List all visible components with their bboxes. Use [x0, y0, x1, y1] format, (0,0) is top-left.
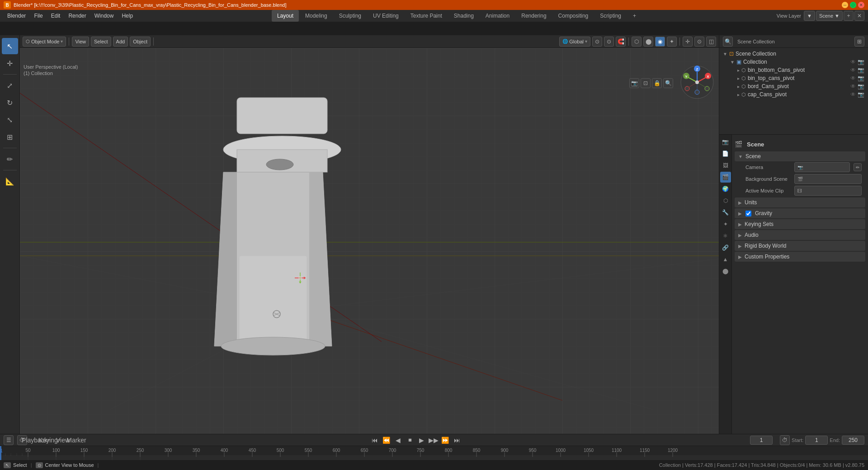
- end-frame-input[interactable]: [842, 436, 864, 445]
- measure-tool-btn[interactable]: 📐: [2, 173, 18, 189]
- view-menu[interactable]: View: [72, 37, 89, 47]
- marker-label-btn[interactable]: Marker: [71, 435, 81, 445]
- outliner-search-btn[interactable]: 🔍: [723, 37, 733, 47]
- viewport-gizmos-btn[interactable]: ✛: [683, 37, 693, 47]
- rigid-body-header[interactable]: ▶ Rigid Body World: [735, 241, 865, 251]
- vis-render-icon[interactable]: 📷: [858, 59, 864, 65]
- bt-render[interactable]: 📷: [858, 75, 864, 81]
- play-btn[interactable]: ▶: [417, 435, 427, 445]
- annotate-tool-btn[interactable]: ✏: [2, 151, 18, 167]
- material-shading[interactable]: ◉: [655, 37, 665, 47]
- tab-texture-paint[interactable]: Texture Paint: [405, 10, 448, 22]
- restore-button[interactable]: □: [850, 2, 856, 8]
- props-tab-scene[interactable]: 🎬: [720, 172, 731, 183]
- next-frame-btn[interactable]: ▶▶: [429, 435, 439, 445]
- outliner-item-collection[interactable]: ▼ ▣ Collection 👁 📷: [728, 58, 866, 66]
- rotate-tool-btn[interactable]: ↻: [2, 94, 18, 111]
- menu-item-blender[interactable]: Blender: [4, 11, 29, 20]
- lock-camera-btn[interactable]: 🔒: [652, 78, 662, 88]
- props-tab-output[interactable]: 📄: [720, 148, 731, 159]
- cursor-tool-btn[interactable]: ✛: [2, 55, 18, 71]
- tab-rendering[interactable]: Rendering: [516, 10, 552, 22]
- xray-btn[interactable]: ◫: [706, 37, 716, 47]
- scale-tool-btn[interactable]: ⤡: [2, 112, 18, 128]
- start-frame-input[interactable]: [805, 436, 828, 445]
- close-button[interactable]: ✕: [858, 2, 864, 8]
- scene-add-btn[interactable]: +: [844, 11, 854, 21]
- audio-section-header[interactable]: ▶ Audio: [735, 230, 865, 240]
- camera-edit-btn[interactable]: ✏: [854, 163, 862, 171]
- next-keyframe-btn[interactable]: ⏩: [440, 435, 450, 445]
- vis-eye-icon[interactable]: 👁: [850, 59, 856, 65]
- tab-sculpting[interactable]: Sculpting: [334, 10, 367, 22]
- wireframe-shading[interactable]: ⬡: [632, 37, 642, 47]
- transform-tool-btn[interactable]: ⊞: [2, 129, 18, 145]
- tab-add[interactable]: +: [627, 10, 642, 22]
- props-tab-render[interactable]: 📷: [720, 136, 731, 147]
- rendered-shading[interactable]: ✦: [667, 37, 677, 47]
- menu-item-edit[interactable]: Edit: [47, 11, 64, 20]
- select-menu[interactable]: Select: [91, 37, 111, 47]
- keying-label-btn[interactable]: Keying ▾: [44, 435, 54, 445]
- outliner-item-bin-top[interactable]: ▸ ⬡ bin_top_cans_pivot 👁 📷: [736, 74, 866, 82]
- cap-render[interactable]: 📷: [858, 91, 864, 98]
- viewport-3d[interactable]: User Perspective (Local) (1) Collection …: [20, 35, 719, 434]
- scene-selector[interactable]: Scene ▼: [816, 11, 843, 21]
- props-tab-modifiers[interactable]: 🔧: [720, 207, 731, 218]
- viewport-canvas[interactable]: User Perspective (Local) (1) Collection …: [20, 48, 719, 434]
- menu-item-render[interactable]: Render: [65, 11, 90, 20]
- bb-eye[interactable]: 👁: [850, 67, 856, 73]
- tab-modeling[interactable]: Modeling: [300, 10, 333, 22]
- view-layer-dropdown[interactable]: ▼: [804, 11, 815, 21]
- jump-end-btn[interactable]: ⏭: [452, 435, 462, 445]
- outliner-item-cap[interactable]: ▸ ⬡ cap_Cans_pivot 👁 📷: [736, 90, 866, 99]
- movie-clip-picker[interactable]: 🎞: [794, 186, 862, 196]
- tab-compositing[interactable]: Compositing: [553, 10, 594, 22]
- transform-space-dropdown[interactable]: 🌐 Global ▾: [559, 37, 590, 47]
- tab-uv-editing[interactable]: UV Editing: [368, 10, 404, 22]
- select-tool-btn[interactable]: ↖: [2, 38, 18, 54]
- timeline-menu-btn[interactable]: ☰: [4, 435, 14, 445]
- proportional-edit-btn[interactable]: ⊙: [604, 37, 614, 47]
- menu-item-help[interactable]: Help: [118, 11, 137, 20]
- transform-pivot-btn[interactable]: ⊙: [592, 37, 602, 47]
- object-menu[interactable]: Object: [130, 37, 151, 47]
- view-camera-btn[interactable]: 📷: [629, 78, 639, 88]
- jump-start-btn[interactable]: ⏮: [370, 435, 380, 445]
- fly-mode-btn[interactable]: 🔍: [663, 78, 673, 88]
- props-tab-physics[interactable]: ⚛: [720, 230, 731, 241]
- tab-animation[interactable]: Animation: [480, 10, 515, 22]
- scene-remove-btn[interactable]: ✕: [854, 11, 864, 21]
- window-controls[interactable]: ─ □ ✕: [842, 2, 864, 8]
- props-tab-object[interactable]: ⬡: [720, 195, 731, 206]
- playback-sync-btn[interactable]: ⏱: [780, 435, 790, 445]
- outliner-item-scene-collection[interactable]: ▼ ⊡ Scene Collection: [721, 50, 866, 58]
- menu-item-file[interactable]: File: [30, 11, 46, 20]
- menu-item-window[interactable]: Window: [91, 11, 118, 20]
- prev-keyframe-btn[interactable]: ⏪: [382, 435, 392, 445]
- props-tab-constraints[interactable]: 🔗: [720, 242, 731, 253]
- outliner-filter-btn[interactable]: ⊞: [854, 37, 864, 47]
- add-menu[interactable]: Add: [113, 37, 128, 47]
- minimize-button[interactable]: ─: [842, 2, 848, 8]
- solid-shading[interactable]: ⬤: [643, 37, 653, 47]
- props-tab-material[interactable]: ⬤: [720, 266, 731, 277]
- keying-sets-header[interactable]: ▶ Keying Sets: [735, 219, 865, 229]
- props-tab-particles[interactable]: ✦: [720, 219, 731, 230]
- snap-btn[interactable]: 🧲: [616, 37, 626, 47]
- outliner-item-bord[interactable]: ▸ ⬡ bord_Cans_pivot 👁 📷: [736, 82, 866, 90]
- tab-scripting[interactable]: Scripting: [594, 10, 627, 22]
- tab-shading[interactable]: Shading: [448, 10, 479, 22]
- stop-btn[interactable]: ⏹: [405, 435, 415, 445]
- bord-eye[interactable]: 👁: [850, 83, 856, 89]
- bord-render[interactable]: 📷: [858, 83, 864, 89]
- scene-section-header[interactable]: ▼ Scene: [735, 151, 865, 161]
- props-tab-data[interactable]: ▲: [720, 254, 731, 265]
- camera-picker[interactable]: 📷: [794, 162, 850, 172]
- tab-layout[interactable]: Layout: [272, 10, 299, 22]
- gravity-checkbox[interactable]: [745, 211, 751, 216]
- props-tab-view-layer[interactable]: 🖼: [720, 160, 731, 171]
- render-region-btn[interactable]: ⊡: [641, 78, 651, 88]
- current-frame-input[interactable]: [750, 436, 773, 445]
- navigation-gizmo[interactable]: Z X Y: [679, 64, 715, 100]
